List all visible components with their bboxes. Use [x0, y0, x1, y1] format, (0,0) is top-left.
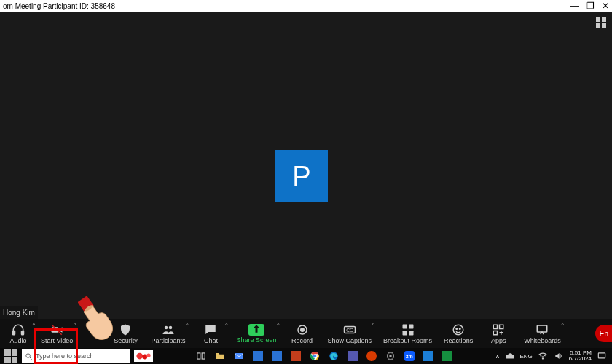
- svg-line-22: [30, 357, 32, 359]
- file-explorer-icon[interactable]: [214, 350, 226, 362]
- svg-point-21: [26, 353, 31, 357]
- svg-point-16: [460, 328, 461, 329]
- whiteboards-label: Whiteboards: [524, 338, 561, 344]
- window-titlebar: om Meeting Participant ID: 358648 — ❐ ✕: [0, 0, 612, 12]
- chevron-up-icon[interactable]: ^: [33, 322, 35, 327]
- svg-text:CC: CC: [346, 328, 353, 333]
- svg-point-14: [453, 325, 463, 335]
- reactions-button[interactable]: Reactions: [439, 319, 477, 348]
- video-off-icon: [50, 323, 63, 336]
- start-button[interactable]: [4, 349, 17, 363]
- chevron-up-icon[interactable]: ^: [186, 322, 188, 327]
- apps-icon: [492, 323, 505, 336]
- gallery-view-icon[interactable]: [596, 17, 606, 28]
- svg-rect-34: [598, 353, 605, 358]
- security-button[interactable]: Security: [107, 319, 144, 348]
- mail-icon[interactable]: [233, 350, 245, 362]
- svg-point-5: [169, 325, 173, 329]
- close-button[interactable]: ✕: [602, 1, 609, 10]
- captions-label: Show Captions: [328, 338, 372, 344]
- participant-avatar: P: [275, 150, 328, 202]
- wifi-icon[interactable]: [537, 350, 549, 362]
- svg-point-24: [142, 354, 147, 359]
- whiteboard-icon: [536, 323, 549, 336]
- start-video-button[interactable]: ^ Start Video: [36, 319, 77, 348]
- start-video-label: Start Video: [41, 338, 73, 344]
- record-button[interactable]: Record: [284, 319, 321, 348]
- task-view-icon[interactable]: [195, 350, 207, 362]
- smile-icon: [452, 323, 465, 336]
- share-screen-label: Share Screen: [236, 337, 276, 344]
- search-icon: [25, 352, 33, 360]
- notifications-icon[interactable]: [596, 350, 608, 362]
- svg-rect-10: [402, 324, 407, 328]
- record-label: Record: [291, 338, 313, 344]
- maximize-button[interactable]: ❐: [586, 1, 595, 10]
- captions-button[interactable]: ^ CC Show Captions: [323, 319, 377, 348]
- word-icon[interactable]: [366, 350, 377, 362]
- taskbar-clock[interactable]: 5:51 PM 6/7/2024: [569, 350, 592, 362]
- svg-point-7: [300, 328, 304, 331]
- app-icon[interactable]: [442, 350, 453, 362]
- zoom-icon[interactable]: zm: [404, 350, 415, 362]
- shield-icon: [119, 323, 132, 336]
- end-label: En: [600, 330, 608, 338]
- video-area: P Hong Kim: [0, 12, 612, 319]
- security-label: Security: [114, 338, 138, 344]
- svg-point-25: [146, 354, 150, 357]
- chevron-up-icon[interactable]: ^: [372, 322, 374, 327]
- chevron-up-icon[interactable]: ^: [277, 322, 279, 327]
- window-title: om Meeting Participant ID: 358648: [3, 2, 115, 10]
- cloud-icon[interactable]: [504, 350, 516, 362]
- svg-rect-13: [409, 331, 413, 335]
- zoom-toolbar: ^ Audio ^ Start Video Security: [0, 319, 612, 348]
- svg-rect-18: [500, 325, 503, 328]
- svg-rect-11: [409, 324, 413, 328]
- chrome-icon[interactable]: [309, 350, 321, 362]
- svg-point-33: [542, 358, 543, 359]
- svg-rect-17: [493, 325, 497, 328]
- audio-label: Audio: [9, 338, 26, 344]
- svg-rect-28: [235, 353, 243, 359]
- chevron-up-icon[interactable]: ^: [225, 322, 227, 327]
- whiteboards-button[interactable]: ^ Whiteboards: [519, 319, 565, 348]
- language-indicator[interactable]: ENG: [520, 353, 533, 360]
- breakout-label: Breakout Rooms: [383, 338, 432, 344]
- audio-button[interactable]: ^ Audio: [0, 319, 36, 348]
- chevron-up-icon[interactable]: ^: [74, 322, 76, 327]
- flowers-thumbnail[interactable]: [134, 350, 153, 362]
- share-arrow-icon: [248, 324, 264, 336]
- headphones-icon: [12, 323, 25, 336]
- svg-rect-12: [402, 331, 407, 335]
- svg-rect-0: [13, 331, 15, 334]
- edge-icon[interactable]: [328, 350, 340, 362]
- chevron-up-icon[interactable]: ^: [561, 322, 563, 327]
- svg-point-15: [456, 328, 458, 329]
- teams-icon[interactable]: [347, 350, 358, 362]
- svg-rect-27: [202, 353, 205, 359]
- settings-icon[interactable]: [385, 350, 396, 362]
- search-placeholder: Type here to search: [36, 352, 94, 360]
- store-icon[interactable]: [252, 350, 264, 362]
- volume-icon[interactable]: [553, 350, 565, 362]
- powerpoint-icon[interactable]: [290, 350, 302, 362]
- breakout-rooms-button[interactable]: Breakout Rooms: [379, 319, 436, 348]
- svg-rect-1: [22, 331, 24, 334]
- participant-name: Hong Kim: [0, 306, 38, 319]
- chat-button[interactable]: ^ Chat: [192, 319, 229, 348]
- svg-rect-19: [493, 331, 497, 334]
- calendar-icon[interactable]: [271, 350, 283, 362]
- taskbar-date: 6/7/2024: [569, 356, 592, 362]
- taskbar-search[interactable]: Type here to search: [22, 349, 130, 363]
- svg-point-23: [136, 353, 143, 360]
- apps-button[interactable]: Apps: [480, 319, 517, 348]
- end-meeting-button[interactable]: En: [595, 325, 612, 342]
- record-icon: [296, 323, 309, 336]
- minimize-button[interactable]: —: [570, 1, 579, 10]
- photos-icon[interactable]: [423, 350, 434, 362]
- tray-chevron-icon[interactable]: ∧: [495, 353, 500, 360]
- avatar-initial: P: [292, 161, 310, 192]
- participants-button[interactable]: ^ Participants: [146, 319, 189, 348]
- reactions-label: Reactions: [444, 338, 473, 344]
- share-screen-button[interactable]: ^ Share Screen: [232, 319, 280, 348]
